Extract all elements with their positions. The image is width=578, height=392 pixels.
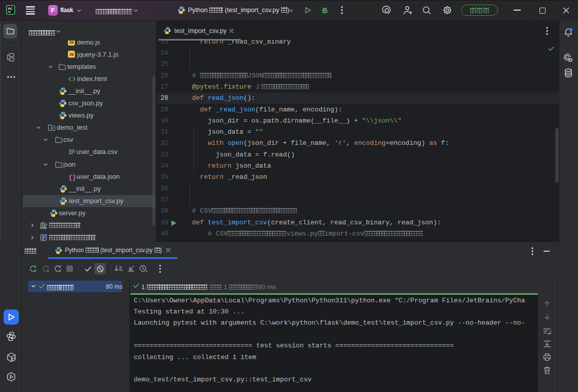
svg-text:{}: {} (69, 174, 76, 181)
svg-text:PC: PC (8, 7, 13, 11)
